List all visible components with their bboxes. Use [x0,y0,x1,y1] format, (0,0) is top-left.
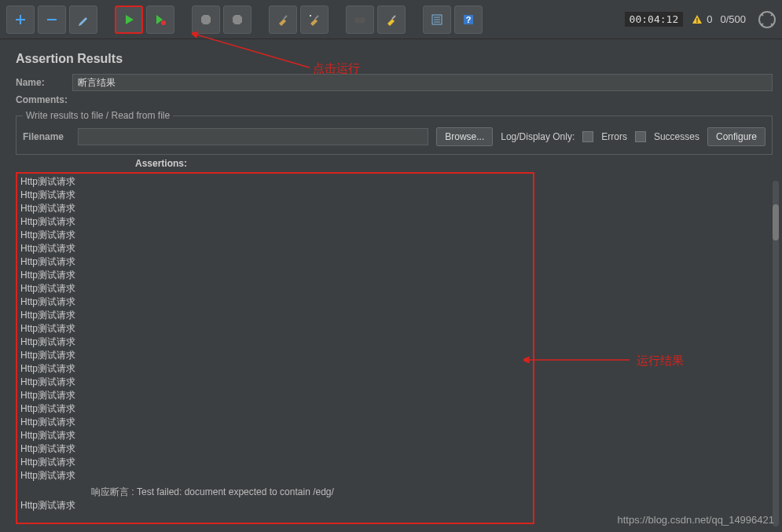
assertion-item[interactable]: Http测试请求 [20,175,530,189]
thread-progress: 0/500 [720,13,746,25]
name-label: Name: [16,77,72,88]
assertion-failure-message: 响应断言 : Test failed: document expected to… [20,482,530,499]
elapsed-timer: 00:04:12 [625,12,684,27]
assertion-item[interactable]: Http测试请求 [20,242,530,255]
panel-title: Assertion Results [16,46,773,71]
stop-all-icon [231,13,244,26]
svg-marker-2 [233,15,242,24]
assertion-item[interactable]: Http测试请求 [20,389,530,402]
expand-icon [760,13,774,27]
minus-icon [46,13,58,26]
filename-input[interactable] [78,128,428,145]
filename-label: Filename [23,131,70,142]
broom-icon [277,13,289,26]
plus-icon [14,13,27,26]
expand-button[interactable] [758,11,776,28]
assertion-item[interactable]: Http测试请求 [20,229,530,242]
play-icon [123,13,135,26]
name-input[interactable] [72,74,773,91]
assertion-results-list[interactable]: Http测试请求Http测试请求Http测试请求Http测试请求Http测试请求… [16,172,534,524]
run-no-pause-button[interactable] [146,6,174,34]
scrollbar-thumb[interactable] [773,204,779,240]
clear-button[interactable] [269,6,297,34]
function-helper-button[interactable] [423,6,451,34]
assertion-item[interactable]: Http测试请求 [20,362,530,376]
svg-text:?: ? [466,15,472,24]
assertion-item[interactable]: Http测试请求 [20,189,530,202]
assertion-results-panel: Assertion Results Name: Comments: Write … [0,39,782,524]
remove-button[interactable] [38,6,66,34]
assertion-item[interactable]: Http测试请求 [20,255,530,269]
log-only-label: Log/Display Only: [501,131,575,142]
configure-button[interactable]: Configure [707,127,765,146]
warning-count: 0 [707,13,712,25]
errors-checkbox[interactable] [582,131,593,142]
svg-text:!: ! [696,17,699,24]
assertion-item[interactable]: Http测试请求 [20,309,530,322]
svg-point-3 [310,15,311,17]
assertion-item[interactable]: Http测试请求 [20,322,530,336]
add-button[interactable] [6,6,35,34]
assertion-item[interactable]: Http测试请求 [20,349,530,362]
file-results-group: Write results to file / Read from file F… [16,110,773,155]
svg-point-5 [359,17,365,24]
assertion-item[interactable]: Http测试请求 [20,295,530,309]
help-icon: ? [462,13,475,26]
assertion-item[interactable]: Http测试请求 [20,376,530,389]
edit-button[interactable] [69,6,97,34]
successes-checkbox[interactable] [635,131,646,142]
assertion-item[interactable]: Http测试请求 [20,282,530,295]
binoculars-icon [354,13,366,26]
assertion-item[interactable]: Http测试请求 [20,442,530,456]
svg-marker-1 [201,15,211,24]
help-button[interactable]: ? [454,6,483,34]
assertion-item[interactable]: Http测试请求 [20,402,530,416]
play-skip-icon [154,13,167,26]
assertion-item[interactable]: Http测试请求 [20,456,530,469]
file-legend: Write results to file / Read from file [23,110,173,121]
errors-label: Errors [601,131,627,142]
warning-icon: ! [691,13,703,26]
assertion-item[interactable]: Http测试请求 [20,269,530,282]
assertion-item[interactable]: Http测试请求 [20,499,530,512]
assertion-item[interactable]: Http测试请求 [20,429,530,442]
search-button[interactable] [346,6,374,34]
pencil-icon [77,13,90,26]
assertion-item[interactable]: Http测试请求 [20,416,530,429]
successes-label: Successes [654,131,699,142]
reset-search-button[interactable] [377,6,406,34]
shutdown-button[interactable] [223,6,251,34]
assertion-item[interactable]: Http测试请求 [20,215,530,229]
scrollbar[interactable] [773,181,779,526]
assertion-item[interactable]: Http测试请求 [20,202,530,215]
clear-all-button[interactable] [300,6,329,34]
stop-button[interactable] [192,6,220,34]
browse-button[interactable]: Browse... [436,127,493,146]
comments-label: Comments: [16,94,68,105]
watermark: https://blog.csdn.net/qq_14996421 [618,514,775,526]
main-toolbar: ? 00:04:12 ! 0 0/500 [0,0,782,39]
broom-yellow-icon [385,13,398,26]
warning-indicator[interactable]: ! 0 [691,13,712,26]
stop-icon [200,13,212,26]
assertion-item[interactable]: Http测试请求 [20,336,530,349]
assertions-heading: Assertions: [16,155,307,172]
assertion-item[interactable]: Http测试请求 [20,469,530,482]
broom-all-icon [308,13,321,26]
list-icon [431,13,443,26]
run-button[interactable] [115,6,143,34]
svg-point-0 [161,20,166,25]
